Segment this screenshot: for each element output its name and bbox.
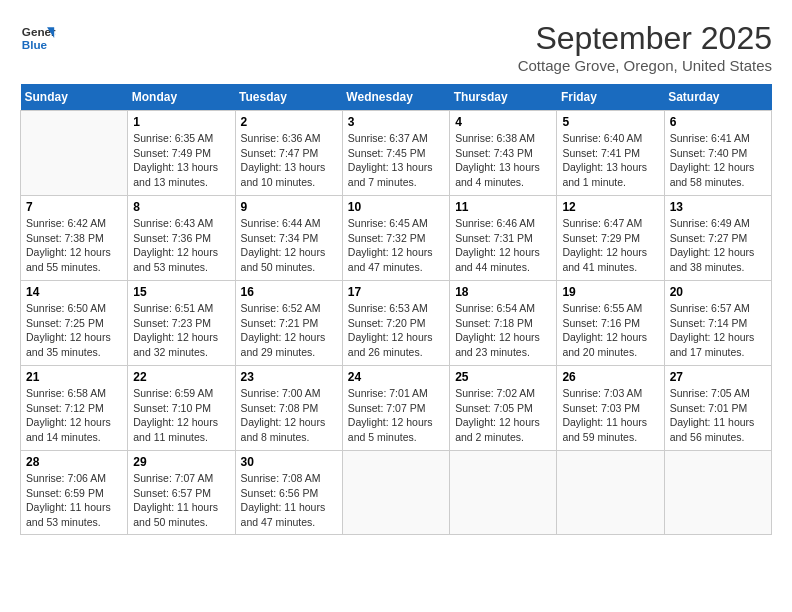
table-row: 12Sunrise: 6:47 AMSunset: 7:29 PMDayligh… [557, 196, 664, 281]
table-row: 24Sunrise: 7:01 AMSunset: 7:07 PMDayligh… [342, 366, 449, 451]
day-content: Sunrise: 6:50 AMSunset: 7:25 PMDaylight:… [26, 301, 122, 360]
day-number: 14 [26, 285, 122, 299]
table-row [21, 111, 128, 196]
day-content: Sunrise: 7:02 AMSunset: 7:05 PMDaylight:… [455, 386, 551, 445]
day-content: Sunrise: 7:01 AMSunset: 7:07 PMDaylight:… [348, 386, 444, 445]
day-number: 28 [26, 455, 122, 469]
col-saturday: Saturday [664, 84, 771, 111]
day-number: 3 [348, 115, 444, 129]
day-number: 29 [133, 455, 229, 469]
day-content: Sunrise: 6:41 AMSunset: 7:40 PMDaylight:… [670, 131, 766, 190]
day-number: 9 [241, 200, 337, 214]
day-content: Sunrise: 6:52 AMSunset: 7:21 PMDaylight:… [241, 301, 337, 360]
table-row [664, 451, 771, 535]
day-content: Sunrise: 6:58 AMSunset: 7:12 PMDaylight:… [26, 386, 122, 445]
day-content: Sunrise: 6:57 AMSunset: 7:14 PMDaylight:… [670, 301, 766, 360]
day-number: 22 [133, 370, 229, 384]
month-title: September 2025 [518, 20, 772, 57]
day-content: Sunrise: 6:59 AMSunset: 7:10 PMDaylight:… [133, 386, 229, 445]
day-content: Sunrise: 6:37 AMSunset: 7:45 PMDaylight:… [348, 131, 444, 190]
header: General Blue September 2025 Cottage Grov… [20, 20, 772, 74]
day-content: Sunrise: 6:46 AMSunset: 7:31 PMDaylight:… [455, 216, 551, 275]
logo: General Blue [20, 20, 56, 56]
table-row: 5Sunrise: 6:40 AMSunset: 7:41 PMDaylight… [557, 111, 664, 196]
day-number: 24 [348, 370, 444, 384]
day-number: 30 [241, 455, 337, 469]
day-content: Sunrise: 6:47 AMSunset: 7:29 PMDaylight:… [562, 216, 658, 275]
day-content: Sunrise: 6:54 AMSunset: 7:18 PMDaylight:… [455, 301, 551, 360]
day-content: Sunrise: 6:45 AMSunset: 7:32 PMDaylight:… [348, 216, 444, 275]
col-friday: Friday [557, 84, 664, 111]
table-row: 1Sunrise: 6:35 AMSunset: 7:49 PMDaylight… [128, 111, 235, 196]
day-number: 13 [670, 200, 766, 214]
day-content: Sunrise: 6:55 AMSunset: 7:16 PMDaylight:… [562, 301, 658, 360]
day-number: 6 [670, 115, 766, 129]
day-content: Sunrise: 7:06 AMSunset: 6:59 PMDaylight:… [26, 471, 122, 530]
day-number: 7 [26, 200, 122, 214]
day-number: 19 [562, 285, 658, 299]
table-row: 18Sunrise: 6:54 AMSunset: 7:18 PMDayligh… [450, 281, 557, 366]
calendar-week-row: 14Sunrise: 6:50 AMSunset: 7:25 PMDayligh… [21, 281, 772, 366]
day-content: Sunrise: 6:43 AMSunset: 7:36 PMDaylight:… [133, 216, 229, 275]
location-subtitle: Cottage Grove, Oregon, United States [518, 57, 772, 74]
day-number: 20 [670, 285, 766, 299]
calendar-table: Sunday Monday Tuesday Wednesday Thursday… [20, 84, 772, 535]
day-number: 12 [562, 200, 658, 214]
table-row [557, 451, 664, 535]
day-content: Sunrise: 6:51 AMSunset: 7:23 PMDaylight:… [133, 301, 229, 360]
svg-text:Blue: Blue [22, 38, 48, 51]
col-thursday: Thursday [450, 84, 557, 111]
table-row: 9Sunrise: 6:44 AMSunset: 7:34 PMDaylight… [235, 196, 342, 281]
table-row: 11Sunrise: 6:46 AMSunset: 7:31 PMDayligh… [450, 196, 557, 281]
day-content: Sunrise: 7:03 AMSunset: 7:03 PMDaylight:… [562, 386, 658, 445]
day-content: Sunrise: 6:53 AMSunset: 7:20 PMDaylight:… [348, 301, 444, 360]
table-row [342, 451, 449, 535]
day-content: Sunrise: 6:42 AMSunset: 7:38 PMDaylight:… [26, 216, 122, 275]
day-number: 5 [562, 115, 658, 129]
table-row: 2Sunrise: 6:36 AMSunset: 7:47 PMDaylight… [235, 111, 342, 196]
table-row: 17Sunrise: 6:53 AMSunset: 7:20 PMDayligh… [342, 281, 449, 366]
day-number: 11 [455, 200, 551, 214]
day-content: Sunrise: 7:00 AMSunset: 7:08 PMDaylight:… [241, 386, 337, 445]
day-content: Sunrise: 7:07 AMSunset: 6:57 PMDaylight:… [133, 471, 229, 530]
calendar-week-row: 1Sunrise: 6:35 AMSunset: 7:49 PMDaylight… [21, 111, 772, 196]
calendar-week-row: 21Sunrise: 6:58 AMSunset: 7:12 PMDayligh… [21, 366, 772, 451]
logo-icon: General Blue [20, 20, 56, 56]
table-row: 28Sunrise: 7:06 AMSunset: 6:59 PMDayligh… [21, 451, 128, 535]
col-sunday: Sunday [21, 84, 128, 111]
table-row: 8Sunrise: 6:43 AMSunset: 7:36 PMDaylight… [128, 196, 235, 281]
day-number: 26 [562, 370, 658, 384]
day-number: 23 [241, 370, 337, 384]
calendar-week-row: 28Sunrise: 7:06 AMSunset: 6:59 PMDayligh… [21, 451, 772, 535]
day-number: 15 [133, 285, 229, 299]
table-row: 16Sunrise: 6:52 AMSunset: 7:21 PMDayligh… [235, 281, 342, 366]
day-number: 18 [455, 285, 551, 299]
table-row: 23Sunrise: 7:00 AMSunset: 7:08 PMDayligh… [235, 366, 342, 451]
col-monday: Monday [128, 84, 235, 111]
day-number: 16 [241, 285, 337, 299]
day-content: Sunrise: 6:40 AMSunset: 7:41 PMDaylight:… [562, 131, 658, 190]
table-row: 15Sunrise: 6:51 AMSunset: 7:23 PMDayligh… [128, 281, 235, 366]
table-row: 19Sunrise: 6:55 AMSunset: 7:16 PMDayligh… [557, 281, 664, 366]
day-content: Sunrise: 6:44 AMSunset: 7:34 PMDaylight:… [241, 216, 337, 275]
col-tuesday: Tuesday [235, 84, 342, 111]
table-row: 7Sunrise: 6:42 AMSunset: 7:38 PMDaylight… [21, 196, 128, 281]
table-row: 30Sunrise: 7:08 AMSunset: 6:56 PMDayligh… [235, 451, 342, 535]
calendar-header-row: Sunday Monday Tuesday Wednesday Thursday… [21, 84, 772, 111]
day-content: Sunrise: 6:49 AMSunset: 7:27 PMDaylight:… [670, 216, 766, 275]
day-content: Sunrise: 7:08 AMSunset: 6:56 PMDaylight:… [241, 471, 337, 530]
day-content: Sunrise: 6:38 AMSunset: 7:43 PMDaylight:… [455, 131, 551, 190]
table-row: 26Sunrise: 7:03 AMSunset: 7:03 PMDayligh… [557, 366, 664, 451]
table-row: 10Sunrise: 6:45 AMSunset: 7:32 PMDayligh… [342, 196, 449, 281]
day-number: 2 [241, 115, 337, 129]
day-number: 25 [455, 370, 551, 384]
day-content: Sunrise: 7:05 AMSunset: 7:01 PMDaylight:… [670, 386, 766, 445]
table-row: 4Sunrise: 6:38 AMSunset: 7:43 PMDaylight… [450, 111, 557, 196]
col-wednesday: Wednesday [342, 84, 449, 111]
table-row: 14Sunrise: 6:50 AMSunset: 7:25 PMDayligh… [21, 281, 128, 366]
table-row: 22Sunrise: 6:59 AMSunset: 7:10 PMDayligh… [128, 366, 235, 451]
table-row: 21Sunrise: 6:58 AMSunset: 7:12 PMDayligh… [21, 366, 128, 451]
day-number: 21 [26, 370, 122, 384]
day-number: 17 [348, 285, 444, 299]
table-row: 20Sunrise: 6:57 AMSunset: 7:14 PMDayligh… [664, 281, 771, 366]
